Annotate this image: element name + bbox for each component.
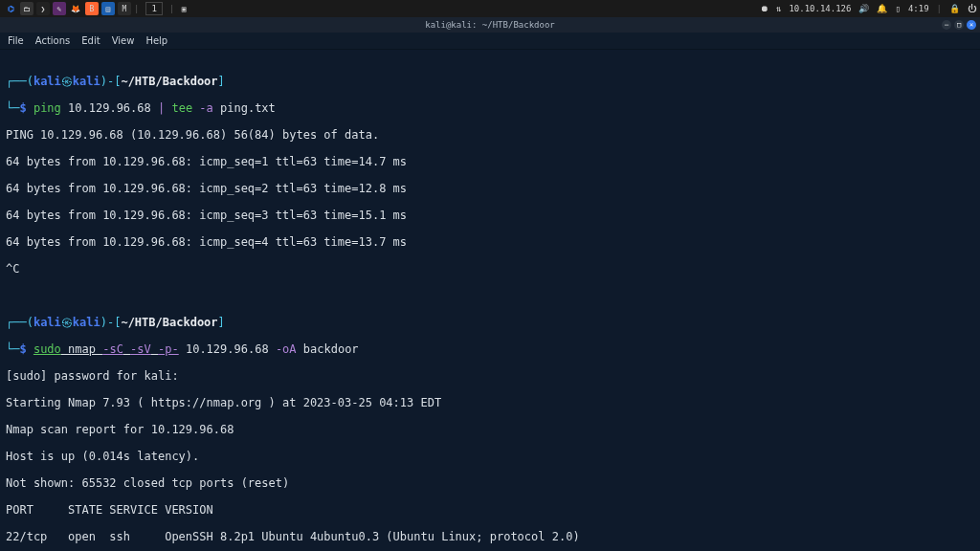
output-line: ^C	[6, 262, 974, 276]
menu-actions[interactable]: Actions	[35, 35, 71, 46]
close-button[interactable]: ×	[967, 20, 976, 30]
separator-icon: |	[134, 4, 139, 13]
volume-icon[interactable]: 🔊	[858, 4, 869, 13]
burp-icon[interactable]: B	[85, 2, 99, 15]
output-line: Starting Nmap 7.93 ( https://nmap.org ) …	[6, 396, 974, 409]
terminal-icon[interactable]: ❯	[36, 2, 50, 15]
separator-icon: |	[169, 4, 174, 13]
panel-left: ⌬ 🗀 ❯ ✎ 🦊 B ▤ M | 1 | ▣	[4, 2, 190, 15]
output-line: PORT STATE SERVICE VERSION	[6, 503, 974, 517]
clock[interactable]: 4:19	[908, 4, 929, 13]
top-panel: ⌬ 🗀 ❯ ✎ 🦊 B ▤ M | 1 | ▣ ⏺ ⇅ 10.10.14.126…	[0, 0, 980, 17]
output-line: PING 10.129.96.68 (10.129.96.68) 56(84) …	[6, 128, 974, 142]
menu-view[interactable]: View	[112, 35, 135, 46]
kali-menu-icon[interactable]: ⌬	[4, 2, 17, 15]
output-line: Nmap scan report for 10.129.96.68	[6, 423, 974, 436]
window-controls: – □ ×	[942, 20, 976, 30]
metasploit-icon[interactable]: M	[118, 2, 131, 15]
vpn-icon[interactable]: ⇅	[776, 4, 781, 13]
menu-help[interactable]: Help	[145, 35, 167, 46]
output-line: [sudo] password for kali:	[6, 369, 974, 383]
workspace-indicator[interactable]: 1	[145, 2, 162, 15]
recording-icon[interactable]: ⏺	[760, 4, 768, 13]
output-line: 22/tcp open ssh OpenSSH 8.2p1 Ubuntu 4ub…	[6, 530, 974, 543]
panel-right: ⏺ ⇅ 10.10.14.126 🔊 🔔 ▯ 4:19 | 🔒 ⏻	[760, 4, 976, 13]
output-line: 64 bytes from 10.129.96.68: icmp_seq=2 t…	[6, 182, 974, 195]
minimize-button[interactable]: –	[942, 20, 951, 30]
notification-icon[interactable]: 🔔	[877, 4, 887, 13]
output-line: 64 bytes from 10.129.96.68: icmp_seq=1 t…	[6, 155, 974, 168]
files-icon[interactable]: 🗀	[20, 2, 33, 15]
lock-icon[interactable]: 🔒	[949, 4, 960, 13]
output-line: 64 bytes from 10.129.96.68: icmp_seq=4 t…	[6, 235, 974, 249]
output-line: Not shown: 65532 closed tcp ports (reset…	[6, 476, 974, 490]
output-line: Host is up (0.014s latency).	[6, 450, 974, 463]
firefox-icon[interactable]: 🦊	[69, 2, 82, 15]
window-title: kali@kali: ~/HTB/Backdoor	[425, 20, 554, 30]
menu-file[interactable]: File	[8, 35, 24, 46]
terminal-shortcut-icon[interactable]: ▣	[177, 2, 190, 15]
terminal-output[interactable]: ┌──(kali㉿kali)-[~/HTB/Backdoor] └─$ ping…	[0, 50, 980, 551]
power-icon[interactable]: ⏻	[968, 4, 976, 13]
separator-icon: |	[937, 4, 942, 13]
window-titlebar[interactable]: kali@kali: ~/HTB/Backdoor – □ ×	[0, 17, 980, 33]
maximize-button[interactable]: □	[954, 20, 964, 30]
ip-address: 10.10.14.126	[789, 4, 851, 13]
battery-icon[interactable]: ▯	[895, 4, 900, 13]
editor-icon[interactable]: ✎	[53, 2, 66, 15]
output-line: 64 bytes from 10.129.96.68: icmp_seq=3 t…	[6, 209, 974, 222]
wireshark-icon[interactable]: ▤	[101, 2, 115, 15]
menu-bar: File Actions Edit View Help	[0, 33, 980, 50]
menu-edit[interactable]: Edit	[81, 35, 100, 46]
